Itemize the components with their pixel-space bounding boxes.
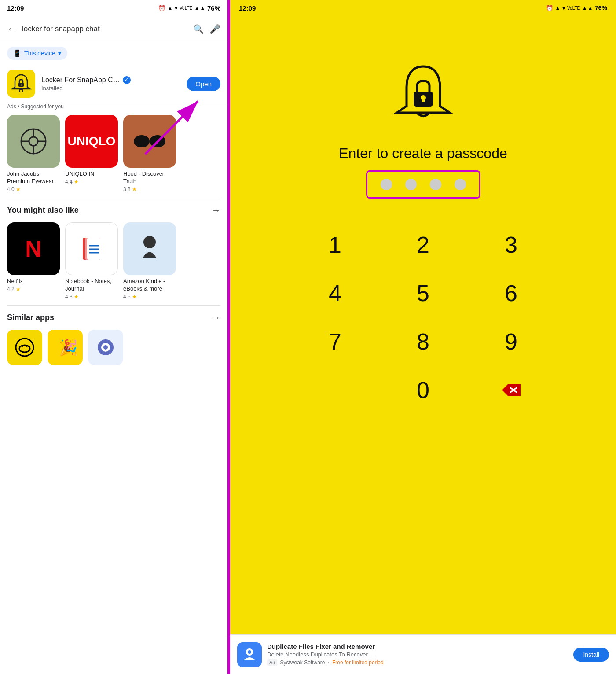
svg-point-5 xyxy=(29,137,38,146)
similar-title: Similar apps xyxy=(7,313,54,322)
ad-bottom-row: Ad Systweak Software · Free for limited … xyxy=(267,659,568,667)
status-time-right: 12:09 xyxy=(239,4,256,12)
svg-point-11 xyxy=(150,135,165,147)
search-query[interactable]: locker for snapapp chat xyxy=(22,25,188,33)
similar-app-2[interactable]: 🎉 xyxy=(48,330,83,365)
numpad-key-3[interactable]: 3 xyxy=(467,221,555,269)
lock-icon-container xyxy=(388,60,458,132)
svg-point-20 xyxy=(19,345,30,352)
ad-app-sub: Delete Needless Duplicates To Recover … xyxy=(267,651,568,658)
install-button[interactable]: Install xyxy=(573,648,609,662)
device-icon: 📱 xyxy=(13,49,22,57)
kindle-rating: 4.6 ★ xyxy=(123,294,137,300)
app-result-row: Locker For SnapApp C… ✓ Installed Open xyxy=(0,64,227,103)
app-card-netflix[interactable]: N Netflix 4.2 ★ xyxy=(7,222,60,300)
svg-rect-29 xyxy=(422,98,425,102)
app-card-uniqlo[interactable]: UNIQLO UNIQLO IN 4.4 ★ xyxy=(65,115,118,192)
status-bar-left: 12:09 ⏰ ▲ ▾ VoLTE ▲▲ 76% xyxy=(0,0,227,16)
mic-icon[interactable]: 🎤 xyxy=(209,24,220,34)
similar-arrow[interactable]: → xyxy=(212,313,220,323)
passcode-title: Enter to create a passcode xyxy=(339,145,507,162)
left-panel: 12:09 ⏰ ▲ ▾ VoLTE ▲▲ 76% ← locker for sn… xyxy=(0,0,229,674)
ad-text: Duplicate Files Fixer and Remover Delete… xyxy=(267,643,568,667)
jj-rating: 4.0 ★ xyxy=(7,186,21,192)
search-icon[interactable]: 🔍 xyxy=(193,24,204,34)
numpad-key-7[interactable]: 7 xyxy=(291,317,379,366)
network-icon: ▲▲ xyxy=(194,5,205,11)
ad-banner: Duplicate Files Fixer and Remover Delete… xyxy=(230,634,616,674)
ad-label: Ad xyxy=(267,659,277,666)
similar-section: Similar apps → xyxy=(0,306,227,326)
app-card-kindle[interactable]: Amazon Kindle - eBooks & more 4.6 ★ xyxy=(123,222,176,300)
kindle-icon xyxy=(123,222,176,275)
notebook-rating: 4.3 ★ xyxy=(65,294,79,300)
similar-apps-row: 🎉 xyxy=(0,326,227,370)
kindle-name: Amazon Kindle - eBooks & more xyxy=(123,278,176,293)
numpad-key-1[interactable]: 1 xyxy=(291,221,379,269)
hood-name: Hood - Discover Truth xyxy=(123,170,176,185)
similar-app-1[interactable] xyxy=(7,330,42,365)
notebook-icon xyxy=(65,222,118,275)
netflix-name: Netflix xyxy=(7,278,23,285)
status-icons-right: ⏰ ▲ ▾ VoLTE ▲▲ 76% xyxy=(546,4,607,11)
numpad-key-delete[interactable] xyxy=(467,366,555,414)
numpad-key-2[interactable]: 2 xyxy=(379,221,467,269)
alarm-icon-right: ⏰ xyxy=(546,5,553,11)
svg-point-18 xyxy=(143,236,156,248)
hood-rating: 3.8 ★ xyxy=(123,186,137,192)
ad-app-name: Duplicate Files Fixer and Remover xyxy=(267,643,568,650)
app-installed: Installed xyxy=(41,85,180,92)
might-like-arrow[interactable]: → xyxy=(212,205,220,215)
app-card-notebook[interactable]: Notebook - Notes, Journal 4.3 ★ xyxy=(65,222,118,300)
volte-icon-right: VoLTE xyxy=(567,6,580,11)
app-card-hood[interactable]: Hood - Discover Truth 3.8 ★ xyxy=(123,115,176,192)
numpad-key-5[interactable]: 5 xyxy=(379,269,467,317)
might-like-section: You might also like → xyxy=(0,198,227,219)
uniqlo-rating: 4.4 ★ xyxy=(65,179,79,185)
alarm-icon: ⏰ xyxy=(158,5,165,11)
numpad-key-6[interactable]: 6 xyxy=(467,269,555,317)
suggested-apps-row: John Jacobs: Premium Eyewear 4.0 ★ UNIQL… xyxy=(0,111,227,198)
numpad-key-0[interactable]: 0 xyxy=(379,366,467,414)
passcode-dot-1 xyxy=(381,179,392,190)
svg-point-33 xyxy=(248,650,251,654)
svg-text:🎉: 🎉 xyxy=(59,338,76,357)
locker-app-icon xyxy=(7,70,35,98)
might-like-apps-row: N Netflix 4.2 ★ Notebook - Notes, Journa… xyxy=(0,219,227,305)
numpad-key-9[interactable]: 9 xyxy=(467,317,555,366)
ads-label: Ads • Suggested for you xyxy=(0,103,227,111)
volte-icon: VoLTE xyxy=(180,6,192,11)
right-panel: 12:09 ⏰ ▲ ▾ VoLTE ▲▲ 76% Enter to create… xyxy=(229,0,616,674)
back-button[interactable]: ← xyxy=(7,23,17,35)
numpad-key-4[interactable]: 4 xyxy=(291,269,379,317)
filter-chip[interactable]: 📱 This device ▾ xyxy=(7,47,67,60)
passcode-dots-container xyxy=(366,170,480,199)
svg-point-10 xyxy=(134,135,150,147)
passcode-dot-3 xyxy=(430,179,441,190)
wifi-icon-right: ▾ xyxy=(562,5,565,11)
ad-free-label: Free for limited period xyxy=(332,659,384,666)
app-name-row: Locker For SnapApp C… ✓ xyxy=(41,76,180,84)
uniqlo-icon: UNIQLO xyxy=(65,115,118,168)
svg-point-19 xyxy=(16,339,33,356)
app-card-jj[interactable]: John Jacobs: Premium Eyewear 4.0 ★ xyxy=(7,115,60,192)
svg-point-26 xyxy=(103,345,108,350)
status-bar-right: 12:09 ⏰ ▲ ▾ VoLTE ▲▲ 76% xyxy=(230,0,616,16)
notebook-name: Notebook - Notes, Journal xyxy=(65,278,118,293)
filter-row: 📱 This device ▾ xyxy=(0,42,227,64)
signal-icon: ▲ xyxy=(167,5,173,11)
open-button[interactable]: Open xyxy=(187,77,220,91)
network-icon-right: ▲▲ xyxy=(582,5,593,11)
passcode-dot-4 xyxy=(455,179,466,190)
filter-label: This device xyxy=(24,50,55,57)
netflix-rating: 4.2 ★ xyxy=(7,286,21,292)
status-time-left: 12:09 xyxy=(7,4,24,12)
status-icons-left: ⏰ ▲ ▾ VoLTE ▲▲ 76% xyxy=(158,4,220,12)
wifi-icon: ▾ xyxy=(175,5,178,11)
numpad-key-8[interactable]: 8 xyxy=(379,317,467,366)
svg-point-21 xyxy=(22,345,23,347)
numpad-bottom-row: 0 xyxy=(291,366,555,414)
similar-app-3[interactable] xyxy=(88,330,123,365)
battery-left: 76% xyxy=(207,4,220,12)
app-info: Locker For SnapApp C… ✓ Installed xyxy=(41,76,180,92)
